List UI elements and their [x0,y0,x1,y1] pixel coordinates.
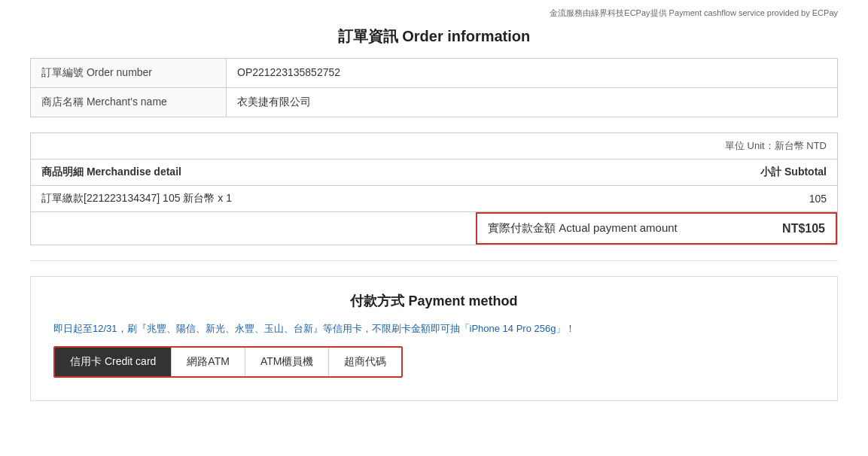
order-number-label: 訂單編號 Order number [31,59,227,87]
order-number-row: 訂單編號 Order number OP221223135852752 [31,59,837,88]
actual-payment-box: 實際付款金額 Actual payment amount NT$105 [476,212,837,245]
merchandise-col-label: 商品明細 Merchandise detail [31,160,747,185]
divider [30,260,838,261]
order-info-section: 訂單編號 Order number OP221223135852752 商店名稱… [30,58,838,117]
payment-method-btn-0[interactable]: 信用卡 Credit card [55,348,172,376]
promo-text: 即日起至12/31，刷『兆豐、陽信、新光、永豐、玉山、台新』等信用卡，不限刷卡金… [53,322,815,336]
ecpay-notice: 金流服務由綠界科技ECPay提供 Payment cashflow servic… [30,8,838,19]
merchandise-section: 單位 Unit：新台幣 NTD 商品明細 Merchandise detail … [30,132,838,245]
page-title: 訂單資訊 Order information [30,26,838,47]
payment-methods-container: 信用卡 Credit card網路ATMATM櫃員機超商代碼 [53,346,403,378]
merchandise-item-value: 105 [747,187,837,211]
merchandise-item-row: 訂單繳款[221223134347] 105 新台幣 x 1 105 [31,186,837,212]
payment-method-btn-1[interactable]: 網路ATM [172,348,245,376]
payment-section: 付款方式 Payment method 即日起至12/31，刷『兆豐、陽信、新光… [30,276,838,401]
promo-link[interactable]: 即日起至12/31，刷『兆豐、陽信、新光、永豐、玉山、台新』等信用卡，不限刷卡金… [53,323,575,334]
page-wrapper: 金流服務由綠界科技ECPay提供 Payment cashflow servic… [0,0,868,416]
merchant-name-label: 商店名稱 Merchant's name [31,88,227,117]
unit-header: 單位 Unit：新台幣 NTD [31,133,837,160]
payment-method-btn-2[interactable]: ATM櫃員機 [245,348,330,376]
payment-section-title: 付款方式 Payment method [53,292,815,310]
actual-payment-row: 實際付款金額 Actual payment amount NT$105 [31,212,837,245]
merchant-name-row: 商店名稱 Merchant's name 衣美捷有限公司 [31,88,837,117]
merchandise-item-label: 訂單繳款[221223134347] 105 新台幣 x 1 [31,186,747,211]
actual-payment-label: 實際付款金額 Actual payment amount [488,221,678,236]
payment-method-btn-3[interactable]: 超商代碼 [329,348,401,376]
merchandise-header-row: 商品明細 Merchandise detail 小計 Subtotal [31,160,837,186]
order-number-value: OP221223135852752 [227,59,837,87]
merchant-name-value: 衣美捷有限公司 [227,88,837,117]
actual-payment-value: NT$105 [782,222,825,236]
subtotal-col-label: 小計 Subtotal [747,160,837,185]
